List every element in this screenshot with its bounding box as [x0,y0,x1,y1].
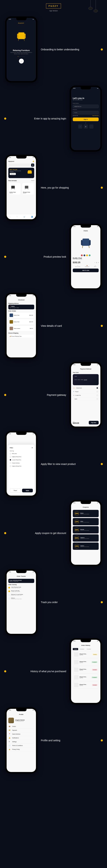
phone-profile: 9:41••• Profile Angelo Nestor nestor.ang… [5,707,37,773]
payment-option[interactable]: PPaypal [73,390,99,394]
shop-now-button[interactable]: Shop Now [10,173,16,175]
svg-rect-15 [25,186,28,189]
phone-payment: 9:41••• Payment Method Your Card CARD **… [70,362,102,428]
filter-option[interactable]: Fastest Delivery [10,461,33,465]
svg-rect-11 [28,170,31,172]
caption-profile: Profile and setting [41,739,102,742]
caption-payment: Payment gateway [5,393,66,397]
close-icon[interactable]: ✕ [32,447,33,448]
password-input[interactable]: •••••••• [73,111,99,115]
forgot-link[interactable]: Forgot Password? [92,115,99,116]
svg-line-23 [89,246,89,248]
svg-point-2 [88,7,92,10]
profile-menu-item[interactable]: 💳Payment› [8,728,34,732]
phone-checkout: 9:41••• Checkout Shipping Address 📍 Home… [5,293,37,359]
svg-line-16 [25,189,25,190]
color-option[interactable] [86,254,88,256]
qty-plus[interactable]: + [98,262,99,263]
filter-option[interactable]: Highest Rating First [10,465,33,468]
history-tab[interactable]: Cancelled [86,648,92,650]
caption-product: Product preview look [5,255,66,259]
coupon-card[interactable]: 60%ZephyraDiscount on first furniture [73,534,99,541]
profile-menu-item[interactable]: 📍Saved Address› [8,732,34,736]
facebook-button[interactable]: f [78,124,82,129]
phone-tracker: 9:41••• Order Tracker Order #ORJDIVOE902… [5,569,37,635]
color-option[interactable] [81,254,83,256]
svg-rect-20 [89,240,91,245]
caption-tracker: Track you order [41,600,102,604]
add-cart-button[interactable]: Add To Cart [73,269,99,272]
phone-home: 9:41••• Hyejoon! 🔔 ⚙ BEST SELLING Dignis… [5,155,37,221]
caption-login: Enter in app by amazing login [5,117,66,121]
profile-menu-item[interactable]: 📦Orders› [8,724,34,728]
next-button[interactable]: → [19,59,24,64]
onboard-title: Relaxing Furniture [8,49,34,51]
phone-product: 9:41••• Chairs [70,224,102,290]
caption-checkout: View details of card [41,324,102,328]
coupon-card[interactable]: 15%AloraDiscount on first furniture [73,518,99,525]
profile-menu-item[interactable]: 📄Terms & Conditions› [8,744,34,747]
email-input[interactable]: lajik@mail.com [73,105,99,108]
payment-option[interactable]: Apple [73,397,99,401]
svg-point-3 [93,9,98,12]
onboard-desc: Find the best, pleasant and comfortable … [8,52,34,55]
caption-coupons: Apply coupon to get discount [5,531,66,535]
caption-home: Here, you go for shopping [41,186,102,190]
profile-menu-item[interactable]: ⚙Settings› [8,740,34,744]
avatar [8,718,14,723]
order-item[interactable]: Wingard Chair...$180.00Canceled [73,682,99,688]
product-card[interactable]: Buddy Chair $400.00 [8,183,21,195]
svg-line-9 [24,39,24,41]
history-tab[interactable]: Ongoing [73,648,78,650]
payment-option[interactable]: GGoogle Pay [73,394,99,397]
color-option[interactable] [89,254,90,256]
svg-rect-7 [18,32,24,36]
caption-history: History of what you've purchased [5,670,66,673]
brand-logo: FUZZY [46,3,61,8]
svg-rect-19 [81,240,83,245]
apply-button[interactable]: Apply [22,489,33,492]
svg-line-22 [82,246,83,248]
google-button[interactable]: G [84,124,88,129]
order-item[interactable]: Wingard Chair...$180.00Completed [73,659,99,665]
order-item[interactable]: Wingard Chair...$180.00Completed [73,674,99,681]
filter-icon[interactable]: ⚙ [31,163,34,167]
phone-onboarding: 9:41••• FUZZY Relaxing Furniture [5,17,37,83]
qty-minus[interactable]: − [95,262,95,263]
order-item[interactable]: Wingard Chair...$180.00Pending [73,651,99,658]
bell-icon[interactable]: 🔔 [32,161,34,162]
lamp-decoration [86,0,100,18]
phone-login: 9:41••• Let's you in Hey, You have been … [70,86,102,152]
order-item[interactable]: Wingard Chair...$180.00Canceled [73,666,99,673]
coupon-card[interactable]: 20%ElysiaDiscount on first furniture [73,510,99,517]
history-tab[interactable]: Completed [79,648,85,650]
bottom-nav[interactable]: ⌂♡🛒👤 [7,214,36,219]
address-card[interactable]: 📍 Home 1901 Thornridge Cir. Shiloh [8,305,34,309]
search-input[interactable] [8,163,30,167]
profile-menu-item[interactable]: 🔒Privacy Policy› [8,747,34,751]
filter-option[interactable]: Highest Priced First [10,455,33,458]
payment-option[interactable]: ●● MasterCard [73,386,99,390]
phone-coupons: 9:41••• Coupons 20%ElysiaDiscount on fir… [70,500,102,566]
phone-filter: 9:41••• Filter ✕ Sort by Best price High… [5,431,37,497]
signin-button[interactable]: Sign In [73,118,99,121]
coupon-card[interactable]: 40%MoreliaDiscount on first furniture [73,526,99,533]
chair-icon [15,31,27,43]
caption-filter: Apply filter to view exact product [41,462,102,466]
pay-button[interactable]: Pay Now [89,421,99,425]
filter-option[interactable]: Best price [10,452,33,455]
filter-option[interactable]: Lowest Priced First [10,458,33,461]
svg-rect-21 [82,239,89,242]
coupon-card[interactable]: 15%IsadoraDiscount on first furniture [73,542,99,550]
apple-button[interactable] [89,124,93,129]
color-option[interactable] [84,254,85,256]
phone-history: 9:41••• Order History OngoingCompletedCa… [70,638,102,704]
profile-menu-item[interactable]: 🔔Notifications› [8,736,34,740]
caption-onboarding: Onboarding to better understanding [41,48,102,51]
svg-line-8 [18,39,19,41]
reset-button[interactable]: Reset [10,489,21,493]
svg-rect-12 [11,186,15,189]
shipping-select[interactable]: 🚚 Choose Shipping Type › [8,334,34,338]
product-card[interactable]: Wingard Chair $180.00 [22,183,34,195]
